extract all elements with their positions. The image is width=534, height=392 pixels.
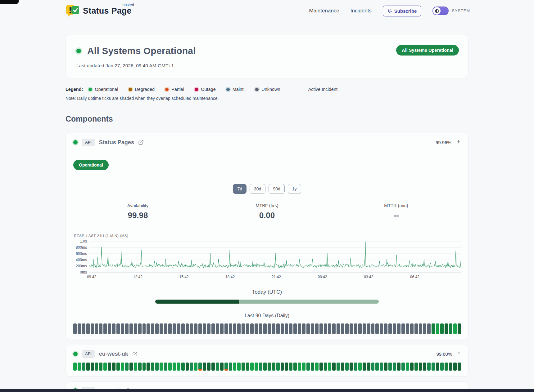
uptime-tick[interactable] (103, 323, 107, 334)
uptime-tick[interactable] (453, 323, 457, 334)
uptime-tick[interactable] (220, 323, 224, 334)
uptime-tick[interactable] (414, 323, 418, 334)
uptime-tick[interactable] (173, 363, 176, 371)
uptime-tick[interactable] (306, 363, 310, 371)
uptime-tick[interactable] (427, 323, 431, 334)
uptime-tick[interactable] (427, 363, 431, 371)
uptime-tick[interactable] (363, 323, 366, 334)
uptime-tick[interactable] (375, 363, 379, 371)
uptime-tick[interactable] (250, 363, 254, 371)
uptime-tick[interactable] (328, 363, 331, 371)
uptime-tick[interactable] (216, 323, 219, 334)
uptime-tick[interactable] (190, 363, 193, 371)
uptime-tick[interactable] (125, 363, 129, 371)
uptime-tick[interactable] (255, 363, 258, 371)
uptime-tick[interactable] (237, 363, 241, 371)
uptime-tick[interactable] (449, 323, 452, 334)
uptime-tick[interactable] (432, 323, 435, 334)
range-button-90d[interactable]: 90d (269, 184, 284, 194)
uptime-tick[interactable] (332, 323, 336, 334)
uptime-tick[interactable] (207, 323, 210, 334)
uptime-tick[interactable] (143, 363, 146, 371)
uptime-tick[interactable] (211, 323, 215, 334)
uptime-tick[interactable] (177, 363, 180, 371)
uptime-tick[interactable] (216, 363, 219, 371)
uptime-tick[interactable] (371, 323, 375, 334)
uptime-tick[interactable] (302, 323, 305, 334)
theme-toggle[interactable] (432, 7, 449, 15)
uptime-tick[interactable] (198, 363, 202, 371)
uptime-tick[interactable] (268, 363, 271, 371)
uptime-tick[interactable] (121, 323, 124, 334)
uptime-tick[interactable] (103, 363, 107, 371)
uptime-tick[interactable] (263, 363, 267, 371)
nav-item-incidents[interactable]: Incidents (351, 8, 372, 14)
uptime-tick[interactable] (289, 323, 292, 334)
uptime-tick[interactable] (458, 323, 461, 334)
uptime-tick[interactable] (375, 323, 379, 334)
brand-logo[interactable]: Status Page hosted (66, 4, 132, 17)
uptime-tick[interactable] (73, 363, 77, 371)
uptime-tick[interactable] (263, 323, 267, 334)
nav-item-maintenance[interactable]: Maintenance (309, 8, 339, 14)
uptime-tick[interactable] (246, 363, 249, 371)
uptime-tick[interactable] (436, 363, 439, 371)
uptime-tick[interactable] (229, 323, 232, 334)
uptime-tick[interactable] (440, 363, 444, 371)
range-button-30d[interactable]: 30d (250, 184, 265, 194)
uptime-tick[interactable] (229, 363, 232, 371)
uptime-tick[interactable] (350, 323, 353, 334)
uptime-tick[interactable] (458, 363, 461, 371)
uptime-tick[interactable] (211, 363, 215, 371)
uptime-tick[interactable] (237, 323, 241, 334)
uptime-tick[interactable] (95, 323, 98, 334)
uptime-tick[interactable] (285, 363, 288, 371)
uptime-tick[interactable] (116, 363, 120, 371)
uptime-tick[interactable] (328, 323, 331, 334)
uptime-tick[interactable] (250, 323, 254, 334)
uptime-tick[interactable] (423, 363, 426, 371)
uptime-tick[interactable] (198, 323, 202, 334)
uptime-tick[interactable] (186, 363, 189, 371)
uptime-tick[interactable] (380, 363, 383, 371)
uptime-tick[interactable] (181, 323, 185, 334)
range-button-7d[interactable]: 7d (233, 184, 247, 194)
uptime-tick[interactable] (371, 363, 375, 371)
uptime-tick[interactable] (298, 363, 301, 371)
uptime-tick[interactable] (147, 323, 150, 334)
uptime-tick[interactable] (414, 363, 418, 371)
uptime-tick[interactable] (337, 363, 340, 371)
uptime-tick[interactable] (116, 323, 120, 334)
uptime-tick[interactable] (324, 363, 327, 371)
uptime-tick[interactable] (345, 363, 349, 371)
uptime-tick[interactable] (108, 323, 111, 334)
uptime-tick[interactable] (341, 323, 344, 334)
uptime-tick[interactable] (194, 323, 197, 334)
uptime-tick[interactable] (281, 323, 284, 334)
uptime-tick[interactable] (436, 323, 439, 334)
uptime-tick[interactable] (358, 363, 362, 371)
uptime-tick[interactable] (125, 323, 129, 334)
uptime-tick[interactable] (164, 323, 167, 334)
uptime-tick[interactable] (82, 323, 85, 334)
uptime-tick[interactable] (397, 323, 400, 334)
uptime-tick[interactable] (121, 363, 124, 371)
uptime-tick[interactable] (246, 323, 249, 334)
component-name-link[interactable]: eu-west-uk (99, 351, 128, 357)
uptime-tick[interactable] (419, 363, 422, 371)
uptime-tick[interactable] (224, 363, 228, 371)
uptime-tick[interactable] (272, 323, 275, 334)
uptime-tick[interactable] (143, 323, 146, 334)
uptime-tick[interactable] (73, 323, 77, 334)
uptime-tick[interactable] (315, 363, 319, 371)
external-link-icon[interactable] (138, 140, 144, 145)
uptime-tick[interactable] (281, 363, 284, 371)
uptime-tick[interactable] (181, 363, 185, 371)
uptime-tick[interactable] (129, 323, 133, 334)
uptime-tick[interactable] (78, 323, 81, 334)
uptime-tick[interactable] (285, 323, 288, 334)
component-name-link[interactable]: Status Pages (99, 139, 134, 146)
uptime-tick[interactable] (147, 363, 150, 371)
uptime-tick[interactable] (319, 363, 323, 371)
uptime-tick[interactable] (388, 363, 392, 371)
